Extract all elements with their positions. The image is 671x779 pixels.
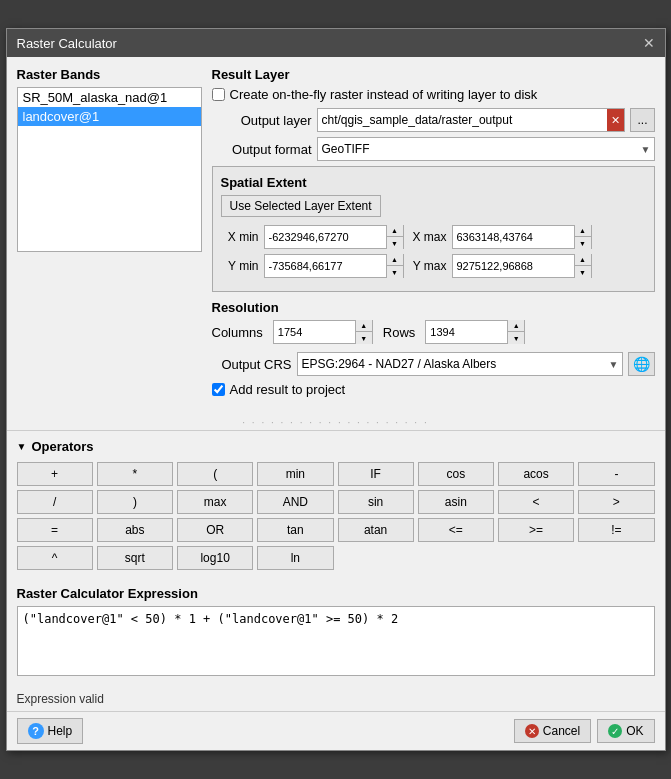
rows-spin-up[interactable]: ▲ — [508, 320, 524, 332]
op-atan[interactable]: atan — [338, 518, 414, 542]
create-on-fly-label: Create on-the-fly raster instead of writ… — [230, 87, 538, 102]
spatial-extent-title: Spatial Extent — [221, 175, 646, 190]
resolution-row: Columns ▲ ▼ Rows ▲ — [212, 320, 655, 344]
output-layer-clear-button[interactable]: ✕ — [607, 109, 624, 131]
columns-input-wrapper: ▲ ▼ — [273, 320, 373, 344]
xmin-spin-up[interactable]: ▲ — [387, 225, 403, 237]
add-result-checkbox[interactable] — [212, 383, 225, 396]
status-text: Expression valid — [17, 692, 104, 706]
output-format-label: Output format — [212, 142, 312, 157]
op-tan[interactable]: tan — [257, 518, 333, 542]
op-lte[interactable]: <= — [418, 518, 494, 542]
ymin-input[interactable] — [265, 258, 386, 274]
op-abs[interactable]: abs — [97, 518, 173, 542]
globe-icon: 🌐 — [633, 356, 650, 372]
xmax-spin-up[interactable]: ▲ — [575, 225, 591, 237]
columns-spin-up[interactable]: ▲ — [356, 320, 372, 332]
op-or[interactable]: OR — [177, 518, 253, 542]
columns-input[interactable] — [274, 324, 355, 340]
output-format-select[interactable]: GeoTIFF IMG VRT — [317, 137, 655, 161]
use-selected-layer-extent-button[interactable]: Use Selected Layer Extent — [221, 195, 381, 217]
expression-section: Raster Calculator Expression ("landcover… — [7, 586, 665, 687]
ymin-spin-buttons: ▲ ▼ — [386, 254, 403, 278]
op-cos[interactable]: cos — [418, 462, 494, 486]
op-asin[interactable]: asin — [418, 490, 494, 514]
op-acos[interactable]: acos — [498, 462, 574, 486]
expression-textarea[interactable]: ("landcover@1" < 50) * 1 + ("landcover@1… — [17, 606, 655, 676]
xmin-input[interactable] — [265, 229, 386, 245]
op-neq[interactable]: != — [578, 518, 654, 542]
ymin-spin-up[interactable]: ▲ — [387, 254, 403, 266]
ymin-spin-down[interactable]: ▼ — [387, 266, 403, 278]
ok-button[interactable]: ✓ OK — [597, 719, 654, 743]
op-greater[interactable]: > — [578, 490, 654, 514]
op-open-paren[interactable]: ( — [177, 462, 253, 486]
output-crs-select[interactable]: EPSG:2964 - NAD27 / Alaska Albers — [297, 352, 623, 376]
op-sin[interactable]: sin — [338, 490, 414, 514]
expression-title: Raster Calculator Expression — [17, 586, 655, 601]
operators-title-label: Operators — [31, 439, 93, 454]
op-divide[interactable]: / — [17, 490, 93, 514]
operators-section: ▼ Operators + * ( min IF cos acos - / ) … — [7, 430, 665, 586]
status-row: Expression valid — [7, 687, 665, 711]
operators-collapse-icon: ▼ — [17, 441, 27, 452]
xmax-spin-buttons: ▲ ▼ — [574, 225, 591, 249]
output-layer-label: Output layer — [212, 113, 312, 128]
main-content: Raster Bands SR_50M_alaska_nad@1 landcov… — [7, 57, 665, 415]
op-minus[interactable]: - — [578, 462, 654, 486]
op-if[interactable]: IF — [338, 462, 414, 486]
op-sqrt[interactable]: sqrt — [97, 546, 173, 570]
cancel-button[interactable]: ✕ Cancel — [514, 719, 591, 743]
close-button[interactable]: ✕ — [643, 35, 655, 51]
title-bar: Raster Calculator ✕ — [7, 29, 665, 57]
band-item-landcover[interactable]: landcover@1 — [18, 107, 201, 126]
op-equals[interactable]: = — [17, 518, 93, 542]
rows-input[interactable] — [426, 324, 507, 340]
ymax-input-wrapper: ▲ ▼ — [452, 254, 592, 278]
rows-input-wrapper: ▲ ▼ — [425, 320, 525, 344]
cancel-icon: ✕ — [525, 724, 539, 738]
ymax-spin-up[interactable]: ▲ — [575, 254, 591, 266]
create-on-fly-checkbox[interactable] — [212, 88, 225, 101]
ymax-input[interactable] — [453, 258, 574, 274]
op-min[interactable]: min — [257, 462, 333, 486]
columns-spin-down[interactable]: ▼ — [356, 332, 372, 344]
op-log10[interactable]: log10 — [177, 546, 253, 570]
rows-spin-down[interactable]: ▼ — [508, 332, 524, 344]
op-less[interactable]: < — [498, 490, 574, 514]
operators-grid: + * ( min IF cos acos - / ) max AND sin … — [17, 462, 655, 570]
output-layer-browse-button[interactable]: ... — [630, 108, 654, 132]
output-layer-input[interactable] — [318, 111, 608, 129]
ymax-spin-down[interactable]: ▼ — [575, 266, 591, 278]
op-max[interactable]: max — [177, 490, 253, 514]
xmin-spin-down[interactable]: ▼ — [387, 237, 403, 249]
band-item-sr50m[interactable]: SR_50M_alaska_nad@1 — [18, 88, 201, 107]
columns-label: Columns — [212, 325, 263, 340]
op-close-paren[interactable]: ) — [97, 490, 173, 514]
output-crs-globe-button[interactable]: 🌐 — [628, 352, 655, 376]
coords-x-row: X min ▲ ▼ X max ▲ — [221, 225, 646, 249]
xmax-input[interactable] — [453, 229, 574, 245]
op-plus[interactable]: + — [17, 462, 93, 486]
raster-bands-list: SR_50M_alaska_nad@1 landcover@1 — [17, 87, 202, 252]
add-result-label: Add result to project — [230, 382, 346, 397]
op-caret[interactable]: ^ — [17, 546, 93, 570]
help-button[interactable]: ? Help — [17, 718, 84, 744]
xmin-label: X min — [221, 230, 259, 244]
ymin-input-wrapper: ▲ ▼ — [264, 254, 404, 278]
resolution-section: Resolution Columns ▲ ▼ Rows — [212, 300, 655, 344]
output-crs-row: Output CRS EPSG:2964 - NAD27 / Alaska Al… — [212, 352, 655, 376]
op-ln[interactable]: ln — [257, 546, 333, 570]
right-panel: Result Layer Create on-the-fly raster in… — [212, 67, 655, 405]
operators-title[interactable]: ▼ Operators — [17, 439, 655, 454]
op-gte[interactable]: >= — [498, 518, 574, 542]
xmin-spin-buttons: ▲ ▼ — [386, 225, 403, 249]
output-layer-row: Output layer ✕ ... — [212, 108, 655, 132]
op-multiply[interactable]: * — [97, 462, 173, 486]
left-panel: Raster Bands SR_50M_alaska_nad@1 landcov… — [17, 67, 202, 405]
help-icon: ? — [28, 723, 44, 739]
op-and[interactable]: AND — [257, 490, 333, 514]
output-layer-input-wrapper: ✕ — [317, 108, 626, 132]
columns-spin-buttons: ▲ ▼ — [355, 320, 372, 344]
xmax-spin-down[interactable]: ▼ — [575, 237, 591, 249]
